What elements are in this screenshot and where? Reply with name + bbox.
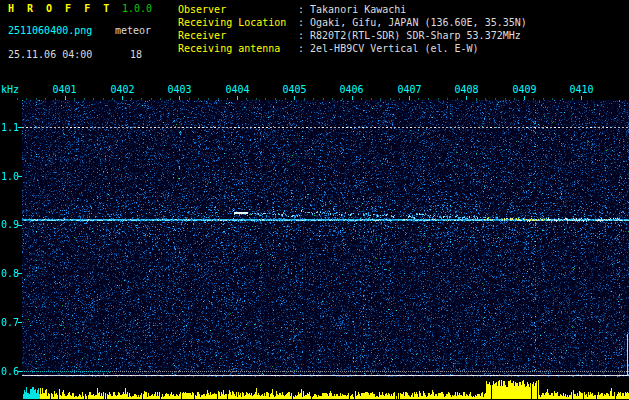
freq-tick-label: 0.6 — [1, 366, 19, 378]
info-value: : Takanori Kawachi — [298, 4, 406, 15]
time-tick-label: 0402 — [110, 84, 135, 96]
time-tick-label: 0406 — [339, 84, 364, 96]
info-label: Receiving antenna — [178, 42, 298, 55]
time-tick-label: 0405 — [282, 84, 307, 96]
time-tick-label: 0409 — [512, 84, 537, 96]
app-title: H R O F F T — [8, 3, 113, 15]
echo-count: 18 — [130, 49, 142, 61]
frame-datetime: 25.11.06 04:00 — [8, 49, 92, 61]
info-row-location: Receiving Location: Ogaki, Gifu, JAPAN (… — [178, 16, 527, 29]
freq-tick-label: 1.0 — [1, 171, 19, 183]
station-info: Observer: Takanori Kawachi Receiving Loc… — [178, 3, 527, 55]
info-label: Observer — [178, 3, 298, 16]
mode-label: meteor — [115, 25, 151, 37]
freq-tick-label: 1.1 — [1, 122, 19, 134]
time-tick-label: 0407 — [397, 84, 422, 96]
hrofft-window: H R O F F T 1.0.0 2511060400.png meteor … — [0, 0, 629, 400]
info-value: : R820T2(RTL-SDR) SDR-Sharp 53.372MHz — [298, 30, 521, 41]
info-row-antenna: Receiving antenna: 2el-HB9CV Vertical (e… — [178, 42, 527, 55]
time-tick-label: 0403 — [167, 84, 192, 96]
info-row-observer: Observer: Takanori Kawachi — [178, 3, 527, 16]
info-label: Receiving Location — [178, 16, 298, 29]
output-filename: 2511060400.png — [8, 25, 92, 37]
info-value: : Ogaki, Gifu, JAPAN (136.60E, 35.35N) — [298, 17, 527, 28]
info-value: : 2el-HB9CV Vertical (el. E-W) — [298, 43, 479, 54]
time-tick-label: 0401 — [52, 84, 77, 96]
info-label: Receiver — [178, 29, 298, 42]
app-version: 1.0.0 — [122, 3, 152, 15]
info-row-receiver: Receiver: R820T2(RTL-SDR) SDR-Sharp 53.3… — [178, 29, 527, 42]
freq-tick-label: 0.8 — [1, 268, 19, 280]
freq-tick-label: 0.7 — [1, 317, 19, 329]
time-tick-label: 0410 — [569, 84, 594, 96]
freq-tick-label: 0.9 — [1, 219, 19, 231]
time-tick-label: 0408 — [454, 84, 479, 96]
time-tick-label: 0404 — [225, 84, 250, 96]
spectrogram-canvas — [0, 96, 629, 400]
freq-unit-label: kHz — [1, 84, 19, 96]
